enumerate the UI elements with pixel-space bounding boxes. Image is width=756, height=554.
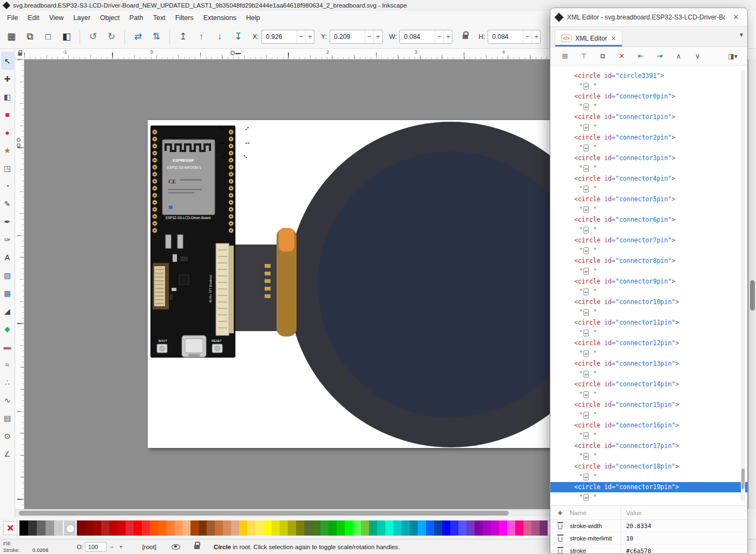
tool-eraser-icon[interactable]: ▬ — [1, 338, 14, 355]
swatch-29[interactable] — [312, 520, 320, 536]
swatch-4[interactable] — [109, 520, 117, 536]
xml-node-connector15pin[interactable]: <circle id="connector15pin"> — [550, 400, 747, 410]
rotate-ccw-button[interactable]: ↺ — [85, 29, 101, 45]
swatch-8[interactable] — [142, 520, 150, 536]
tool-tweak-icon[interactable]: ≈ — [1, 355, 14, 373]
close-icon[interactable]: ✕ — [730, 13, 742, 21]
xml-text-node[interactable]: "↵ " — [550, 266, 747, 276]
x-increment-button[interactable]: + — [305, 30, 314, 43]
swatch-9[interactable] — [150, 520, 158, 536]
swatch-52[interactable] — [499, 520, 507, 536]
layer-lock-icon[interactable] — [194, 545, 200, 549]
xml-node-connector18pin[interactable]: <circle id="connector18pin"> — [550, 461, 747, 472]
tool-text-icon[interactable]: A — [1, 248, 14, 266]
swatch-31[interactable] — [328, 520, 337, 536]
swatch-42[interactable] — [418, 520, 426, 536]
tab-xml-editor[interactable]: </> XML Editor ✕ — [555, 30, 622, 47]
tool-pencil-icon[interactable]: ✎ — [1, 195, 14, 213]
attribute-row[interactable]: stroke#c6a578 — [550, 545, 747, 554]
tool-spiral-icon[interactable]: ◔ — [1, 177, 14, 195]
raise-to-top-button[interactable]: ↥ — [175, 29, 191, 45]
xml-text-node[interactable]: "↵ " — [550, 225, 747, 235]
panel-layout-toggle-button[interactable]: ◨▾ — [727, 50, 739, 62]
x-input[interactable]: 0.926 − + — [261, 30, 314, 44]
xml-node-connector14pin[interactable]: <circle id="connector14pin"> — [550, 379, 747, 390]
tab-close-icon[interactable]: ✕ — [611, 35, 616, 42]
swatch-21[interactable] — [247, 520, 255, 536]
swatch-13[interactable] — [182, 520, 190, 536]
height-increment-button[interactable]: + — [531, 30, 540, 43]
swatch-53[interactable] — [507, 520, 515, 536]
height-decrement-button[interactable]: − — [523, 30, 531, 43]
swatch-6[interactable] — [126, 520, 134, 536]
xml-node-connector17pin[interactable]: <circle id="connector17pin"> — [550, 441, 747, 451]
xml-node-connector5pin[interactable]: <circle id="connector5pin"> — [550, 194, 747, 205]
duplicate-node-button[interactable]: ⧉ — [597, 50, 609, 62]
delete-attribute-button[interactable] — [550, 536, 570, 542]
swatch-22[interactable] — [255, 520, 264, 536]
tool-shape-builder-icon[interactable]: ◧ — [1, 88, 14, 105]
xml-node-connector1pin[interactable]: <circle id="connector1pin"> — [550, 112, 747, 122]
selection-handle[interactable]: ↕ — [233, 154, 236, 161]
swatch-37[interactable] — [377, 520, 385, 536]
select-all-button[interactable]: ▦ — [3, 29, 19, 45]
xml-text-node[interactable]: "↵ " — [550, 348, 747, 359]
xml-text-node[interactable]: "↵ " — [550, 492, 747, 503]
xml-node-connector2pin[interactable]: <circle id="connector2pin"> — [550, 133, 747, 143]
swatch-18[interactable] — [223, 520, 231, 536]
swatch-50[interactable] — [483, 520, 491, 536]
raise-button[interactable]: ↑ — [193, 29, 209, 45]
xml-node-connector0pin[interactable]: <circle id="connector0pin"> — [550, 91, 747, 102]
swatch-15[interactable] — [199, 520, 207, 536]
selection-handle[interactable]: ↕ — [233, 123, 236, 130]
vertical-scrollbar[interactable] — [748, 60, 756, 509]
move-node-up-button[interactable]: ∧ — [673, 50, 685, 62]
opacity-input[interactable]: 100 — [85, 542, 107, 552]
swatch-19[interactable] — [231, 520, 239, 536]
wroom-module[interactable]: ESPRESSIF ESP32-S3-WROOM-1 CE — [162, 140, 215, 215]
swatch-56[interactable] — [531, 520, 540, 536]
new-element-node-button[interactable]: ⊞ — [559, 50, 571, 62]
swatch-5[interactable] — [117, 520, 126, 536]
xml-node-circle3391[interactable]: <circle id="circle3391"> — [550, 71, 747, 81]
tool-connector-icon[interactable]: ∿ — [1, 391, 14, 409]
swatch-32[interactable] — [337, 520, 345, 536]
xml-text-node[interactable]: "↵ " — [550, 184, 747, 194]
tool-zoom-icon[interactable]: ⊙ — [1, 427, 14, 445]
swatch-40[interactable] — [402, 520, 410, 536]
xml-node-connector19pin[interactable]: <circle id="connector19pin"> — [550, 482, 747, 492]
opacity-increment-button[interactable]: + — [117, 543, 125, 551]
tool-node-editor-icon[interactable]: ✚ — [1, 70, 14, 88]
swatch-gray-3[interactable] — [45, 520, 54, 536]
tool-pages-icon[interactable]: ▤ — [1, 409, 14, 427]
selection-options-button[interactable]: ◧ — [58, 29, 75, 45]
selection-handle[interactable]: ↔ — [218, 138, 225, 146]
menu-object[interactable]: Object — [95, 12, 124, 24]
swatch-34[interactable] — [353, 520, 361, 536]
swatch-48[interactable] — [466, 520, 475, 536]
xml-text-node[interactable]: "↵ " — [550, 246, 747, 256]
tool-calligraphy-icon[interactable]: ✑ — [1, 230, 14, 248]
new-text-node-button[interactable]: ⊤ — [578, 50, 590, 62]
swatch-14[interactable] — [190, 520, 199, 536]
swatch-38[interactable] — [385, 520, 393, 536]
xml-text-node[interactable]: "↵ " — [550, 81, 747, 91]
tool-selector-icon[interactable]: ↖ — [1, 52, 14, 70]
xml-text-node[interactable]: "↵ " — [550, 328, 747, 338]
xml-node-connector11pin[interactable]: <circle id="connector11pin"> — [550, 318, 747, 328]
menu-extensions[interactable]: Extensions — [199, 12, 241, 24]
xml-node-connector9pin[interactable]: <circle id="connector9pin"> — [550, 276, 747, 287]
swatch-none[interactable]: ✕ — [3, 521, 17, 535]
delete-node-button[interactable]: ✕ — [616, 50, 628, 62]
swatch-36[interactable] — [369, 520, 377, 536]
menu-edit[interactable]: Edit — [23, 12, 44, 24]
tool-spray-icon[interactable]: ∴ — [1, 373, 14, 391]
layer-indicator[interactable]: [root] — [142, 544, 156, 550]
swatch-28[interactable] — [304, 520, 312, 536]
horizontal-scrollbar-handle[interactable] — [19, 511, 509, 516]
layer-visibility-eye-icon[interactable] — [172, 544, 180, 550]
swatch-54[interactable] — [515, 520, 523, 536]
xml-node-connector13pin[interactable]: <circle id="connector13pin"> — [550, 359, 747, 369]
select-all-layers-button[interactable]: ⧉ — [22, 29, 38, 45]
flip-horizontal-button[interactable]: ⇄ — [130, 29, 146, 45]
